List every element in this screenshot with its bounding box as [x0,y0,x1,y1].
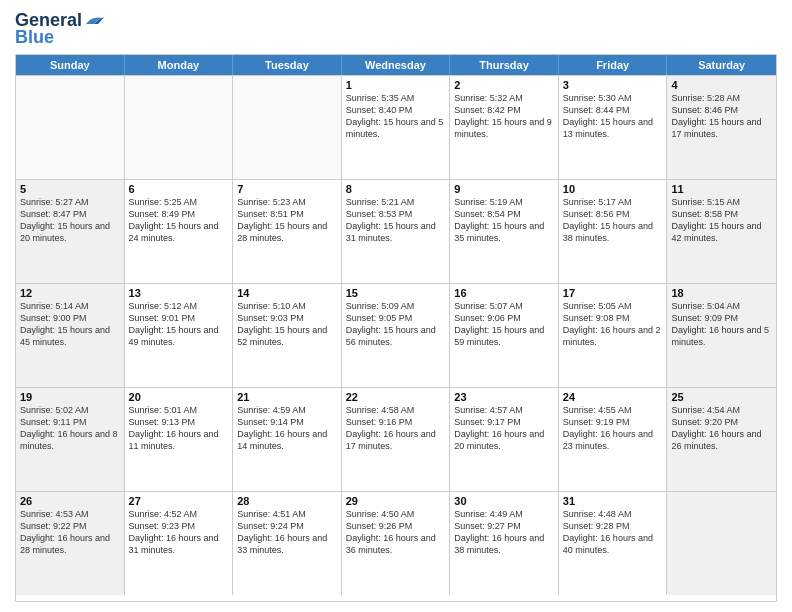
calendar-cell: 12Sunrise: 5:14 AM Sunset: 9:00 PM Dayli… [16,284,125,387]
day-number: 8 [346,183,446,195]
calendar-cell: 3Sunrise: 5:30 AM Sunset: 8:44 PM Daylig… [559,76,668,179]
cell-daylight-info: Sunrise: 5:10 AM Sunset: 9:03 PM Dayligh… [237,300,337,349]
weekday-header: Thursday [450,55,559,75]
day-number: 3 [563,79,663,91]
calendar-body: 1Sunrise: 5:35 AM Sunset: 8:40 PM Daylig… [16,75,776,595]
day-number: 17 [563,287,663,299]
cell-daylight-info: Sunrise: 5:25 AM Sunset: 8:49 PM Dayligh… [129,196,229,245]
calendar-cell: 21Sunrise: 4:59 AM Sunset: 9:14 PM Dayli… [233,388,342,491]
calendar-header: SundayMondayTuesdayWednesdayThursdayFrid… [16,55,776,75]
weekday-header: Saturday [667,55,776,75]
cell-daylight-info: Sunrise: 4:57 AM Sunset: 9:17 PM Dayligh… [454,404,554,453]
logo-blue: Blue [15,27,54,48]
calendar-cell: 24Sunrise: 4:55 AM Sunset: 9:19 PM Dayli… [559,388,668,491]
day-number: 11 [671,183,772,195]
day-number: 20 [129,391,229,403]
calendar-cell: 31Sunrise: 4:48 AM Sunset: 9:28 PM Dayli… [559,492,668,595]
calendar-cell: 17Sunrise: 5:05 AM Sunset: 9:08 PM Dayli… [559,284,668,387]
cell-daylight-info: Sunrise: 5:12 AM Sunset: 9:01 PM Dayligh… [129,300,229,349]
calendar-week: 5Sunrise: 5:27 AM Sunset: 8:47 PM Daylig… [16,179,776,283]
weekday-header: Monday [125,55,234,75]
cell-daylight-info: Sunrise: 5:32 AM Sunset: 8:42 PM Dayligh… [454,92,554,141]
day-number: 24 [563,391,663,403]
calendar-cell [233,76,342,179]
day-number: 22 [346,391,446,403]
calendar-cell: 10Sunrise: 5:17 AM Sunset: 8:56 PM Dayli… [559,180,668,283]
calendar-cell: 18Sunrise: 5:04 AM Sunset: 9:09 PM Dayli… [667,284,776,387]
day-number: 14 [237,287,337,299]
cell-daylight-info: Sunrise: 5:23 AM Sunset: 8:51 PM Dayligh… [237,196,337,245]
calendar-week: 1Sunrise: 5:35 AM Sunset: 8:40 PM Daylig… [16,75,776,179]
day-number: 18 [671,287,772,299]
cell-daylight-info: Sunrise: 5:28 AM Sunset: 8:46 PM Dayligh… [671,92,772,141]
day-number: 10 [563,183,663,195]
day-number: 7 [237,183,337,195]
calendar-cell: 19Sunrise: 5:02 AM Sunset: 9:11 PM Dayli… [16,388,125,491]
calendar-cell: 13Sunrise: 5:12 AM Sunset: 9:01 PM Dayli… [125,284,234,387]
calendar-cell: 9Sunrise: 5:19 AM Sunset: 8:54 PM Daylig… [450,180,559,283]
page: General Blue SundayMondayTuesdayWednesda… [0,0,792,612]
calendar-cell: 6Sunrise: 5:25 AM Sunset: 8:49 PM Daylig… [125,180,234,283]
calendar-cell: 30Sunrise: 4:49 AM Sunset: 9:27 PM Dayli… [450,492,559,595]
weekday-header: Tuesday [233,55,342,75]
cell-daylight-info: Sunrise: 5:07 AM Sunset: 9:06 PM Dayligh… [454,300,554,349]
day-number: 28 [237,495,337,507]
day-number: 1 [346,79,446,91]
calendar-cell: 15Sunrise: 5:09 AM Sunset: 9:05 PM Dayli… [342,284,451,387]
day-number: 29 [346,495,446,507]
day-number: 26 [20,495,120,507]
cell-daylight-info: Sunrise: 4:49 AM Sunset: 9:27 PM Dayligh… [454,508,554,557]
calendar-cell: 14Sunrise: 5:10 AM Sunset: 9:03 PM Dayli… [233,284,342,387]
day-number: 13 [129,287,229,299]
cell-daylight-info: Sunrise: 5:01 AM Sunset: 9:13 PM Dayligh… [129,404,229,453]
cell-daylight-info: Sunrise: 4:55 AM Sunset: 9:19 PM Dayligh… [563,404,663,453]
day-number: 25 [671,391,772,403]
weekday-header: Friday [559,55,668,75]
cell-daylight-info: Sunrise: 5:19 AM Sunset: 8:54 PM Dayligh… [454,196,554,245]
calendar: SundayMondayTuesdayWednesdayThursdayFrid… [15,54,777,602]
cell-daylight-info: Sunrise: 5:17 AM Sunset: 8:56 PM Dayligh… [563,196,663,245]
day-number: 6 [129,183,229,195]
calendar-cell [667,492,776,595]
calendar-cell: 27Sunrise: 4:52 AM Sunset: 9:23 PM Dayli… [125,492,234,595]
cell-daylight-info: Sunrise: 4:58 AM Sunset: 9:16 PM Dayligh… [346,404,446,453]
cell-daylight-info: Sunrise: 4:50 AM Sunset: 9:26 PM Dayligh… [346,508,446,557]
cell-daylight-info: Sunrise: 5:09 AM Sunset: 9:05 PM Dayligh… [346,300,446,349]
logo-bird-icon [84,14,104,28]
header: General Blue [15,10,777,48]
day-number: 4 [671,79,772,91]
calendar-week: 19Sunrise: 5:02 AM Sunset: 9:11 PM Dayli… [16,387,776,491]
cell-daylight-info: Sunrise: 5:30 AM Sunset: 8:44 PM Dayligh… [563,92,663,141]
calendar-cell: 28Sunrise: 4:51 AM Sunset: 9:24 PM Dayli… [233,492,342,595]
calendar-cell: 4Sunrise: 5:28 AM Sunset: 8:46 PM Daylig… [667,76,776,179]
cell-daylight-info: Sunrise: 5:35 AM Sunset: 8:40 PM Dayligh… [346,92,446,141]
cell-daylight-info: Sunrise: 4:53 AM Sunset: 9:22 PM Dayligh… [20,508,120,557]
cell-daylight-info: Sunrise: 5:05 AM Sunset: 9:08 PM Dayligh… [563,300,663,349]
calendar-cell: 11Sunrise: 5:15 AM Sunset: 8:58 PM Dayli… [667,180,776,283]
calendar-cell: 23Sunrise: 4:57 AM Sunset: 9:17 PM Dayli… [450,388,559,491]
day-number: 16 [454,287,554,299]
calendar-cell [125,76,234,179]
day-number: 21 [237,391,337,403]
calendar-cell: 20Sunrise: 5:01 AM Sunset: 9:13 PM Dayli… [125,388,234,491]
calendar-cell: 25Sunrise: 4:54 AM Sunset: 9:20 PM Dayli… [667,388,776,491]
day-number: 19 [20,391,120,403]
calendar-cell: 16Sunrise: 5:07 AM Sunset: 9:06 PM Dayli… [450,284,559,387]
day-number: 15 [346,287,446,299]
cell-daylight-info: Sunrise: 4:59 AM Sunset: 9:14 PM Dayligh… [237,404,337,453]
day-number: 23 [454,391,554,403]
cell-daylight-info: Sunrise: 4:54 AM Sunset: 9:20 PM Dayligh… [671,404,772,453]
weekday-header: Wednesday [342,55,451,75]
cell-daylight-info: Sunrise: 4:51 AM Sunset: 9:24 PM Dayligh… [237,508,337,557]
calendar-cell: 8Sunrise: 5:21 AM Sunset: 8:53 PM Daylig… [342,180,451,283]
calendar-cell: 5Sunrise: 5:27 AM Sunset: 8:47 PM Daylig… [16,180,125,283]
cell-daylight-info: Sunrise: 5:15 AM Sunset: 8:58 PM Dayligh… [671,196,772,245]
calendar-cell: 1Sunrise: 5:35 AM Sunset: 8:40 PM Daylig… [342,76,451,179]
cell-daylight-info: Sunrise: 5:02 AM Sunset: 9:11 PM Dayligh… [20,404,120,453]
day-number: 2 [454,79,554,91]
calendar-cell: 26Sunrise: 4:53 AM Sunset: 9:22 PM Dayli… [16,492,125,595]
weekday-header: Sunday [16,55,125,75]
day-number: 12 [20,287,120,299]
calendar-cell [16,76,125,179]
calendar-week: 12Sunrise: 5:14 AM Sunset: 9:00 PM Dayli… [16,283,776,387]
